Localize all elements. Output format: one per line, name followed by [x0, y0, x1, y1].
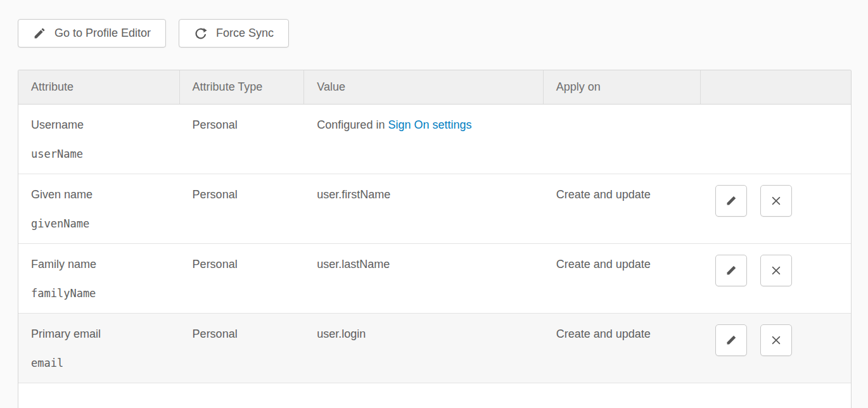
apply-on-cell: Create and update: [544, 314, 701, 383]
value-cell: Configured in Sign On settings: [304, 105, 543, 174]
refresh-icon: [194, 27, 208, 41]
attribute-key: givenName: [31, 216, 174, 231]
attribute-key: familyName: [31, 286, 174, 301]
apply-on-cell: [544, 105, 701, 174]
button-label: Go to Profile Editor: [54, 27, 151, 40]
column-header-actions: [701, 70, 851, 104]
value-cell: user.lastName: [304, 244, 543, 313]
table-row-family-name: Family name familyName Personal user.las…: [18, 244, 851, 314]
actions-cell: [701, 244, 851, 313]
close-icon: [770, 334, 782, 347]
attribute-cell: Username userName: [18, 105, 180, 174]
column-header-attribute-type: Attribute Type: [180, 70, 305, 104]
value-text: Configured in: [317, 118, 388, 131]
actions-cell: [701, 174, 851, 243]
column-header-attribute: Attribute: [18, 70, 180, 104]
go-to-profile-editor-button[interactable]: Go to Profile Editor: [18, 19, 166, 48]
value-cell: user.firstName: [304, 174, 543, 243]
force-sync-button[interactable]: Force Sync: [179, 19, 289, 48]
attribute-label: Primary email: [31, 326, 174, 341]
attribute-type-cell: Personal: [180, 174, 305, 243]
attribute-key: userName: [31, 146, 174, 162]
actions-cell: [701, 314, 851, 383]
actions-cell: [701, 105, 851, 174]
attribute-type-cell: Personal: [180, 105, 305, 174]
table-row-primary-email: Primary email email Personal user.login …: [18, 314, 851, 383]
attribute-type-cell: Personal: [180, 314, 305, 383]
edit-attribute-button[interactable]: [715, 185, 747, 217]
column-header-apply-on: Apply on: [544, 70, 701, 104]
attribute-label: Family name: [31, 257, 174, 272]
attribute-label: Username: [31, 117, 174, 132]
apply-on-cell: Create and update: [544, 244, 701, 313]
sign-on-settings-link[interactable]: Sign On settings: [388, 118, 471, 131]
value-cell: user.login: [304, 314, 543, 383]
apply-on-cell: Create and update: [544, 174, 701, 243]
pencil-icon: [33, 27, 46, 40]
column-header-value: Value: [304, 70, 543, 104]
edit-attribute-button[interactable]: [715, 255, 747, 286]
attribute-label: Given name: [31, 187, 174, 202]
delete-attribute-button[interactable]: [760, 185, 792, 217]
pencil-icon: [724, 264, 738, 277]
delete-attribute-button[interactable]: [760, 255, 792, 286]
close-icon: [770, 264, 782, 277]
button-label: Force Sync: [216, 27, 274, 40]
table-row-partial: [18, 383, 851, 408]
attribute-cell: Given name givenName: [18, 174, 180, 243]
close-icon: [770, 194, 782, 207]
table-header: Attribute Attribute Type Value Apply on: [18, 70, 851, 105]
attribute-key: email: [31, 355, 174, 371]
attribute-mapping-table: Attribute Attribute Type Value Apply on …: [18, 70, 852, 408]
attribute-type-cell: Personal: [180, 244, 305, 313]
attribute-cell: Family name familyName: [18, 244, 180, 313]
pencil-icon: [724, 333, 738, 347]
delete-attribute-button[interactable]: [760, 324, 792, 356]
pencil-icon: [724, 194, 738, 208]
toolbar: Go to Profile Editor Force Sync: [18, 19, 289, 48]
attribute-mappings-page: Go to Profile Editor Force Sync Attribut…: [0, 0, 868, 408]
table-row-username: Username userName Personal Configured in…: [18, 105, 851, 174]
table-row-given-name: Given name givenName Personal user.first…: [18, 174, 851, 244]
edit-attribute-button[interactable]: [715, 324, 747, 356]
attribute-cell: Primary email email: [18, 314, 180, 383]
